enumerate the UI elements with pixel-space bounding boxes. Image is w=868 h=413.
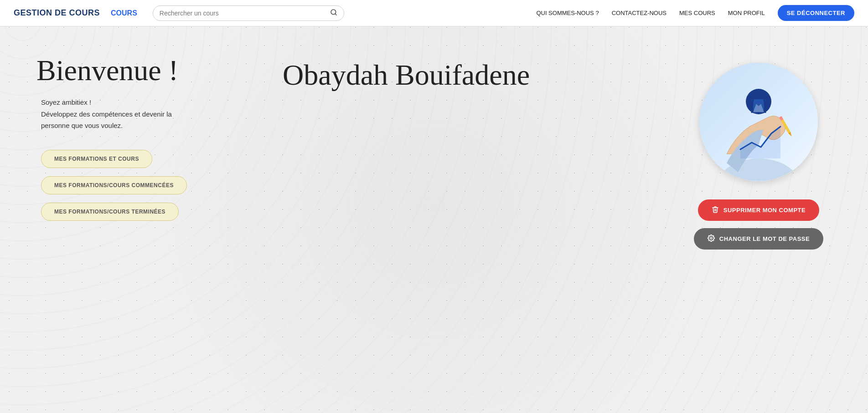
welcome-greeting: Bienvenue !: [36, 54, 264, 87]
tagline-line2: Développez des compétences et devenir la: [41, 110, 172, 118]
account-actions: SUPPRIMER MON COMPTE CHANGER LE MOT DE P…: [686, 199, 832, 250]
nav-qui-sommes-nous[interactable]: QUI SOMMES-NOUS ?: [536, 10, 599, 16]
user-name-title: Obaydah Bouifadene: [283, 58, 530, 92]
avatar: [699, 63, 818, 181]
center-column: Obaydah Bouifadene: [283, 54, 667, 250]
left-column: Bienvenue ! Soyez ambitiex ! Développez …: [36, 54, 264, 250]
nav-mon-profil[interactable]: MON PROFIL: [728, 10, 765, 16]
supprimer-compte-button[interactable]: SUPPRIMER MON COMPTE: [698, 199, 819, 221]
mes-formations-terminees-button[interactable]: MES FORMATIONS/COURS TERMINÉES: [41, 203, 179, 221]
tagline-line1: Soyez ambitiex !: [41, 98, 91, 106]
navbar: GESTION DE COURS COURS QUI SOMMES-NOUS ?…: [0, 0, 868, 26]
mes-formations-cours-button[interactable]: MES FORMATIONS ET COURS: [41, 150, 152, 168]
action-buttons: MES FORMATIONS ET COURS MES FORMATIONS/C…: [41, 150, 264, 221]
changer-label: CHANGER LE MOT DE PASSE: [719, 235, 810, 242]
mes-formations-commencees-button[interactable]: MES FORMATIONS/COURS COMMENCÉES: [41, 176, 187, 194]
nav-mes-cours[interactable]: MES COURS: [679, 10, 715, 16]
nav-cours-link[interactable]: COURS: [111, 9, 137, 17]
search-icon[interactable]: [330, 9, 337, 18]
right-column: SUPPRIMER MON COMPTE CHANGER LE MOT DE P…: [686, 54, 832, 250]
tagline-line3: personne que vous voulez.: [41, 122, 123, 129]
deconnecter-button[interactable]: SE DÉCONNECTER: [778, 5, 854, 21]
svg-line-1: [335, 14, 336, 15]
trash-icon: [712, 206, 719, 214]
gear-icon: [708, 235, 715, 243]
nav-links: QUI SOMMES-NOUS ? CONTACTEZ-NOUS MES COU…: [536, 5, 854, 21]
supprimer-label: SUPPRIMER MON COMPTE: [723, 207, 806, 214]
svg-point-10: [710, 237, 712, 239]
nav-contactez-nous[interactable]: CONTACTEZ-NOUS: [612, 10, 666, 16]
changer-mot-de-passe-button[interactable]: CHANGER LE MOT DE PASSE: [694, 228, 823, 250]
tagline: Soyez ambitiex ! Développez des compéten…: [41, 97, 264, 132]
brand-title: GESTION DE COURS: [14, 8, 100, 18]
main-content: Bienvenue ! Soyez ambitiex ! Développez …: [0, 26, 868, 268]
search-input[interactable]: [160, 10, 330, 17]
avatar-illustration: [699, 63, 818, 181]
search-container: [153, 5, 344, 21]
